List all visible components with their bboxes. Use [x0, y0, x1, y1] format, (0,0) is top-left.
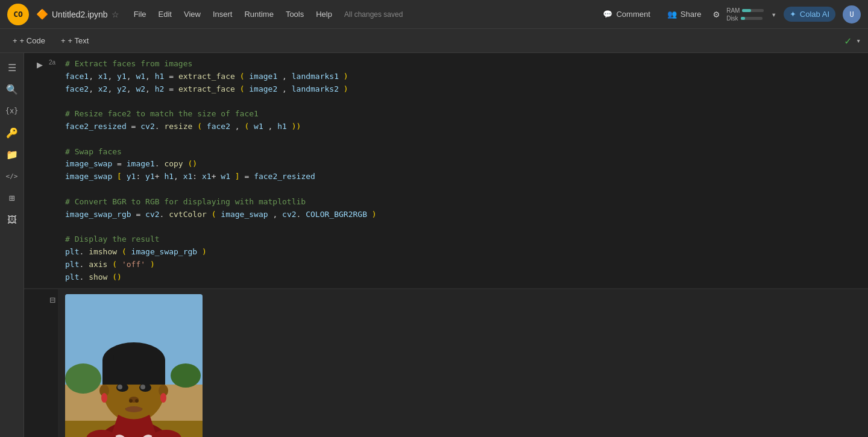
expand-sections-icon[interactable]: ▾ — [856, 36, 861, 45]
add-code-button[interactable]: + + Code — [7, 33, 51, 48]
share-button[interactable]: 👥 Share — [662, 7, 706, 21]
svg-point-3 — [65, 363, 101, 394]
settings-icon[interactable]: ⚙ — [714, 8, 720, 20]
svg-point-16 — [118, 385, 122, 389]
menu-bar: File Edit View Insert Runtime Tools Help… — [129, 7, 403, 21]
colab-ai-icon: ✦ — [790, 10, 796, 19]
left-sidebar: ☰ 🔍 {x} 🔑 📁 </> ⊞ 🖼 — [0, 53, 24, 437]
svg-rect-8 — [102, 360, 165, 385]
output-content — [58, 289, 868, 437]
menu-runtime[interactable]: Runtime — [239, 7, 278, 21]
colab-ai-button[interactable]: ✦ Colab AI — [784, 7, 835, 22]
comment-icon: 💬 — [603, 10, 612, 19]
sidebar-image-icon[interactable]: 🖼 — [2, 210, 22, 229]
sidebar-table-icon[interactable]: ⊞ — [2, 188, 22, 207]
cell-number: 2a — [49, 58, 55, 66]
add-code-icon: + — [13, 36, 17, 45]
svg-point-17 — [140, 385, 145, 389]
notebook-area: ▶ 2a # Extract faces from images face1, … — [24, 53, 868, 437]
svg-point-21 — [125, 406, 142, 412]
sidebar-code-icon[interactable]: </> — [2, 166, 22, 186]
user-avatar[interactable]: U — [843, 5, 861, 24]
output-collapse-icon[interactable]: ⊟ — [49, 294, 55, 306]
svg-rect-9 — [113, 351, 154, 363]
menu-file[interactable]: File — [129, 7, 151, 21]
svg-point-13 — [160, 393, 166, 403]
code-cell: ▶ 2a # Extract faces from images face1, … — [24, 53, 868, 289]
portrait-svg — [65, 294, 203, 437]
menu-insert[interactable]: Insert — [208, 7, 237, 21]
svg-point-12 — [101, 393, 107, 403]
menu-view[interactable]: View — [179, 7, 206, 21]
code-comment-2: # Resize face2 to match the size of face… — [65, 109, 259, 118]
cell-gutter: ▶ 2a — [24, 53, 58, 288]
code-comment-3: # Swap faces — [65, 147, 122, 156]
share-icon: 👥 — [667, 10, 677, 19]
cell-code-content[interactable]: # Extract faces from images face1, x1, y… — [58, 53, 868, 288]
menu-edit[interactable]: Edit — [154, 7, 177, 21]
code-comment-5: # Display the result — [65, 234, 160, 244]
add-text-button[interactable]: + + Text — [55, 33, 94, 48]
notebook-file-icon: 🔶 — [36, 8, 48, 20]
sidebar-search-icon[interactable]: 🔍 — [2, 80, 22, 99]
check-icon: ✓ — [844, 34, 851, 47]
output-image — [65, 294, 203, 437]
notebook-name[interactable]: Untitled2.ipynb — [52, 10, 108, 19]
sidebar-folder-icon[interactable]: 📁 — [2, 145, 22, 164]
svg-point-20 — [135, 399, 139, 403]
svg-point-19 — [129, 399, 133, 403]
star-icon[interactable]: ☆ — [112, 10, 119, 19]
ram-disk-widget: RAM Disk — [726, 7, 764, 22]
notebook-title-area: 🔶 Untitled2.ipynb ☆ — [36, 8, 119, 20]
code-comment-4: # Convert BGR to RGB for displaying with… — [65, 197, 306, 206]
save-status: All changes saved — [344, 10, 403, 19]
output-gutter: ⊟ — [24, 289, 58, 437]
svg-point-4 — [171, 363, 201, 388]
output-area: ⊟ — [24, 289, 868, 437]
add-text-icon: + — [61, 36, 66, 45]
menu-help[interactable]: Help — [311, 7, 337, 21]
comment-button[interactable]: 💬 Comment — [598, 7, 655, 21]
run-cell-button[interactable]: ▶ — [33, 58, 46, 71]
code-comment-1: # Extract faces from images — [65, 59, 192, 68]
sidebar-variable-icon[interactable]: {x} — [2, 101, 22, 121]
expand-icon[interactable]: ▾ — [771, 10, 776, 19]
sidebar-key-icon[interactable]: 🔑 — [2, 123, 22, 142]
colab-logo: CO — [7, 4, 29, 25]
sidebar-menu-icon[interactable]: ☰ — [2, 58, 22, 77]
menu-tools[interactable]: Tools — [281, 7, 309, 21]
